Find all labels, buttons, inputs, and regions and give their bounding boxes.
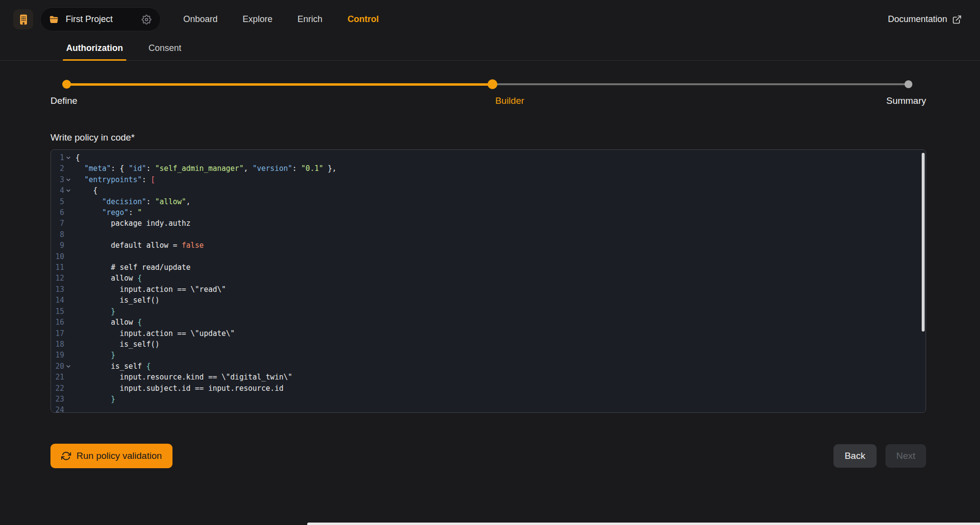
code-line: 13 input.action == \"read\"	[51, 284, 926, 295]
step-label-builder: Builder	[495, 95, 524, 106]
code-line: 3 "entrypoints": [	[51, 174, 926, 185]
code-text: input.action == \"update\"	[73, 328, 235, 339]
line-number: 11	[51, 262, 64, 273]
code-line: 23 }	[51, 394, 926, 405]
line-number: 15	[51, 306, 64, 317]
fold-chevron-icon[interactable]	[64, 152, 73, 163]
code-line: 9 default allow = false	[51, 240, 926, 251]
step-dot-define[interactable]	[62, 80, 71, 89]
code-text: "meta": { "id": "self_admin_manager", "v…	[73, 163, 337, 174]
horizontal-scrollbar[interactable]	[307, 523, 980, 525]
line-number: 3	[51, 174, 64, 185]
code-line: 21 input.resource.kind == \"digital_twin…	[51, 372, 926, 382]
code-line: 10	[51, 251, 926, 262]
line-number: 5	[51, 196, 64, 207]
line-number: 13	[51, 284, 64, 295]
back-button[interactable]: Back	[833, 444, 877, 468]
code-line: 19 }	[51, 350, 926, 360]
fold-chevron-icon[interactable]	[64, 361, 73, 372]
documentation-link[interactable]: Documentation	[888, 14, 962, 24]
building-icon	[17, 13, 30, 26]
code-line: 14 is_self()	[51, 295, 926, 306]
step-dot-builder[interactable]	[488, 79, 497, 89]
code-text: "rego": "	[73, 207, 142, 218]
fold-chevron-icon[interactable]	[64, 174, 73, 185]
next-button[interactable]: Next	[885, 444, 926, 468]
run-button-label: Run policy validation	[76, 451, 162, 461]
line-number: 16	[51, 317, 64, 328]
code-text: allow {	[73, 273, 142, 284]
code-text	[73, 229, 75, 240]
code-line: 1{	[51, 152, 926, 163]
stepper-progress-fill	[67, 83, 492, 86]
external-link-icon	[952, 15, 962, 24]
code-line: 8	[51, 229, 926, 240]
code-text: }	[73, 306, 115, 317]
documentation-label: Documentation	[888, 14, 947, 24]
code-text: {	[73, 185, 98, 196]
nav-item-onboard[interactable]: Onboard	[183, 14, 218, 24]
editor-scrollbar-thumb[interactable]	[922, 153, 925, 332]
line-number: 20	[51, 361, 64, 372]
code-text: "decision": "allow",	[73, 196, 191, 207]
line-number: 18	[51, 339, 64, 350]
code-text: input.subject.id == input.resource.id	[73, 383, 283, 394]
policy-stepper: Define Builder Summary	[50, 79, 926, 124]
nav-item-control[interactable]: Control	[347, 14, 379, 24]
line-number: 2	[51, 163, 64, 174]
line-number: 17	[51, 328, 64, 339]
run-policy-validation-button[interactable]: Run policy validation	[50, 444, 172, 468]
line-number: 22	[51, 383, 64, 394]
line-number: 24	[51, 405, 64, 413]
project-selector[interactable]: First Project	[40, 7, 161, 31]
code-text	[73, 251, 75, 262]
code-line: 6 "rego": "	[51, 207, 926, 218]
tab-consent[interactable]: Consent	[145, 43, 185, 60]
code-line: 5 "decision": "allow",	[51, 196, 926, 207]
tab-authorization[interactable]: Authorization	[63, 43, 126, 60]
code-text: input.action == \"read\"	[73, 284, 226, 295]
tab-authorization-label: Authorization	[66, 43, 123, 53]
step-dot-summary[interactable]	[905, 80, 912, 88]
nav-item-explore[interactable]: Explore	[243, 14, 272, 24]
code-text: input.resource.kind == \"digital_twin\"	[73, 372, 293, 382]
actions-row: Run policy validation Back Next	[50, 444, 926, 468]
code-line: 24	[51, 405, 926, 413]
code-text: "entrypoints": [	[73, 174, 155, 185]
folder-icon	[49, 14, 59, 25]
code-line: 4 {	[51, 185, 926, 196]
active-tab-underline	[63, 59, 126, 61]
line-number: 8	[51, 229, 64, 240]
code-line: 16 allow {	[51, 317, 926, 328]
code-text: }	[73, 350, 115, 360]
stepper-track	[67, 83, 908, 85]
code-line: 11 # self read/update	[51, 262, 926, 273]
fold-chevron-icon[interactable]	[64, 185, 73, 196]
top-navigation: First Project Onboard Explore Enrich Con…	[0, 7, 980, 61]
line-number: 6	[51, 207, 64, 218]
code-line: 12 allow {	[51, 273, 926, 284]
code-text: is_self {	[73, 361, 151, 372]
code-line: 17 input.action == \"update\"	[51, 328, 926, 339]
line-number: 7	[51, 218, 64, 229]
code-text: is_self()	[73, 295, 160, 306]
policy-code-editor[interactable]: 1{2 "meta": { "id": "self_admin_manager"…	[50, 149, 926, 413]
code-line: 7 package indy.authz	[51, 218, 926, 229]
code-line: 15 }	[51, 306, 926, 317]
main-content: Define Builder Summary Write policy in c…	[50, 79, 926, 468]
sub-tabs: Authorization Consent	[0, 43, 980, 61]
app-logo[interactable]	[13, 9, 33, 29]
tab-consent-label: Consent	[148, 43, 181, 53]
code-line: 20 is_self {	[51, 361, 926, 372]
line-number: 4	[51, 185, 64, 196]
gear-icon[interactable]	[130, 15, 151, 24]
line-number: 14	[51, 295, 64, 306]
code-line: 22 input.subject.id == input.resource.id	[51, 383, 926, 394]
nav-item-enrich[interactable]: Enrich	[297, 14, 322, 24]
line-number: 12	[51, 273, 64, 284]
line-number: 19	[51, 350, 64, 360]
code-text: # self read/update	[73, 262, 191, 273]
code-text: default allow = false	[73, 240, 204, 251]
code-text: is_self()	[73, 339, 160, 350]
refresh-icon	[61, 451, 71, 461]
